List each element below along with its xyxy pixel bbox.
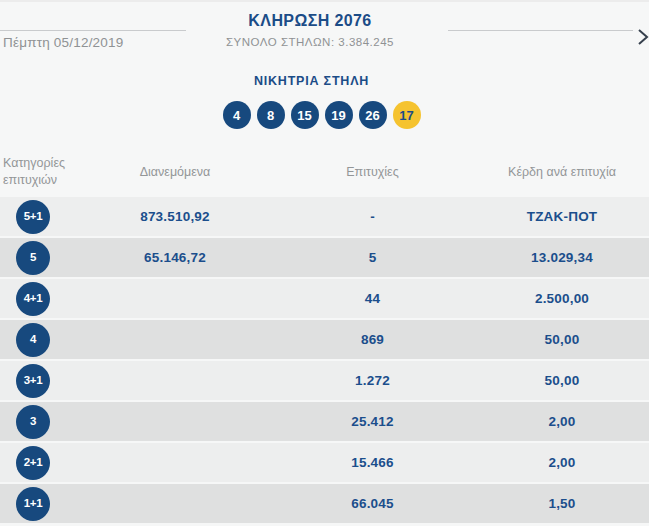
- table-row: 5+1 873.510,92 - ΤΖΑΚ-ΠΟΤ: [0, 197, 649, 236]
- prize-value: 13.029,34: [475, 250, 649, 265]
- table-row: 2+1 15.466 2,00: [0, 443, 649, 482]
- joker-number-ball: 17: [393, 101, 421, 129]
- prize-value: 50,00: [475, 373, 649, 388]
- prize-value: 2.500,00: [475, 291, 649, 306]
- header-winners: Επιτυχίες: [270, 165, 475, 179]
- winners-value: 5: [270, 250, 475, 265]
- table-row: 1+1 66.045 1,50: [0, 484, 649, 523]
- table-row: 3+1 1.272 50,00: [0, 361, 649, 400]
- prize-value: 50,00: [475, 332, 649, 347]
- table-row: 5 65.146,72 5 13.029,34: [0, 238, 649, 277]
- winning-number-ball: 19: [325, 101, 353, 129]
- draw-results-panel: Πέμπτη 05/12/2019 ΚΛΗΡΩΣΗ 2076 ΣΥΝΟΛΟ ΣΤ…: [0, 0, 649, 526]
- winners-value: 15.466: [270, 455, 475, 470]
- winners-value: 25.412: [270, 414, 475, 429]
- prize-value: 2,00: [475, 455, 649, 470]
- header-distributed: Διανεμόμενα: [80, 165, 270, 179]
- winners-value: -: [270, 209, 475, 224]
- distributed-value: 65.146,72: [80, 250, 270, 265]
- table-row: 4+1 44 2.500,00: [0, 279, 649, 318]
- header-center: ΚΛΗΡΩΣΗ 2076 ΣΥΝΟΛΟ ΣΤΗΛΩΝ: 3.384.245: [0, 2, 620, 48]
- category-badge: 1+1: [16, 487, 50, 521]
- header-category: Κατηγορίες επιτυχιών: [0, 155, 80, 189]
- winning-column-label: ΝΙΚΗΤΡΙΑ ΣΤΗΛΗ: [0, 74, 623, 88]
- category-badge: 2+1: [16, 446, 50, 480]
- prize-table: Κατηγορίες επιτυχιών Διανεμόμενα Επιτυχί…: [0, 147, 649, 525]
- winning-number-ball: 26: [359, 101, 387, 129]
- table-row: 3 25.412 2,00: [0, 402, 649, 441]
- winning-numbers: 4 8 15 19 26 17: [0, 101, 643, 129]
- winners-value: 66.045: [270, 496, 475, 511]
- draw-title: ΚΛΗΡΩΣΗ 2076: [0, 12, 620, 30]
- prize-value: 1,50: [475, 496, 649, 511]
- category-badge: 3: [16, 405, 50, 439]
- table-row: 4 869 50,00: [0, 320, 649, 359]
- winners-value: 1.272: [270, 373, 475, 388]
- winning-number-ball: 8: [257, 101, 285, 129]
- prize-value: 2,00: [475, 414, 649, 429]
- winners-value: 869: [270, 332, 475, 347]
- winning-number-ball: 4: [223, 101, 251, 129]
- draw-subtitle: ΣΥΝΟΛΟ ΣΤΗΛΩΝ: 3.384.245: [0, 36, 620, 48]
- category-badge: 4+1: [16, 282, 50, 316]
- category-badge: 3+1: [16, 364, 50, 398]
- prize-value: ΤΖΑΚ-ΠΟΤ: [475, 209, 649, 224]
- distributed-value: 873.510,92: [80, 209, 270, 224]
- chevron-right-icon: [636, 35, 649, 50]
- category-badge: 5+1: [16, 200, 50, 234]
- winning-number-ball: 15: [291, 101, 319, 129]
- category-badge: 5: [16, 241, 50, 275]
- next-draw-button[interactable]: [635, 27, 649, 47]
- prize-table-header: Κατηγορίες επιτυχιών Διανεμόμενα Επιτυχί…: [0, 147, 649, 197]
- winners-value: 44: [270, 291, 475, 306]
- header-prize: Κέρδη ανά επιτυχία: [475, 165, 649, 179]
- category-badge: 4: [16, 323, 50, 357]
